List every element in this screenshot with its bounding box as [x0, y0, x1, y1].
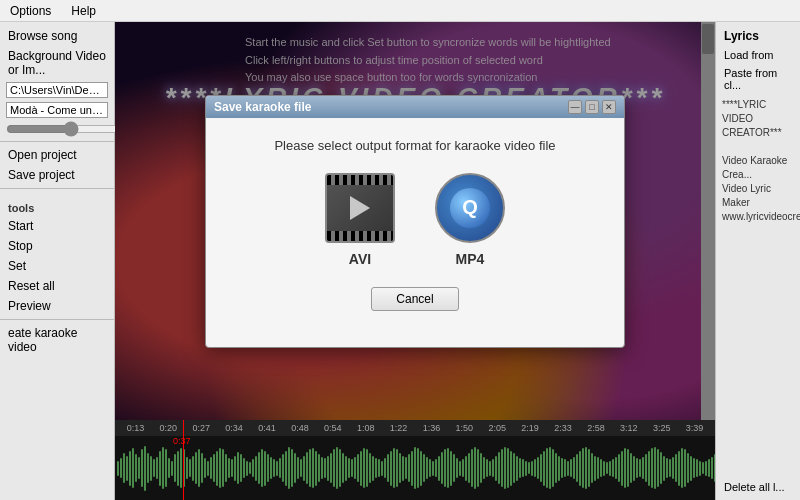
waveform-bar [513, 453, 515, 483]
waveform-bar [711, 457, 713, 479]
waveform-bar [339, 449, 341, 487]
waveform-bar [603, 461, 605, 476]
waveform-bar [498, 452, 500, 484]
sidebar: Browse song Background Video or Im... do… [0, 22, 115, 500]
open-project-button[interactable]: Open project [0, 145, 114, 165]
waveform-bar [204, 458, 206, 478]
menu-options[interactable]: Options [6, 2, 55, 20]
waveform-bar [267, 454, 269, 482]
waveform-bar [489, 461, 491, 476]
modal-close-button[interactable]: ✕ [602, 100, 616, 114]
file-path-input[interactable] [6, 82, 108, 98]
waveform-bar [504, 447, 506, 489]
paste-from-button[interactable]: Paste from cl... [716, 64, 800, 94]
sidebar-divider-2 [0, 188, 114, 189]
waveform-bar [348, 458, 350, 478]
waveform-bar [402, 456, 404, 481]
waveform-bar [321, 457, 323, 479]
reset-all-button[interactable]: Reset all [0, 276, 114, 296]
waveform-bar [129, 451, 131, 486]
waveform-bar [318, 454, 320, 482]
waveform-bar [708, 459, 710, 477]
modal-footer: Cancel [371, 287, 458, 327]
waveform-bar [594, 456, 596, 481]
waveform-bar [663, 456, 665, 481]
waveform-bar [249, 462, 251, 474]
waveform-bar [678, 451, 680, 486]
waveform-bar [381, 461, 383, 476]
waveform-bar [309, 449, 311, 487]
waveform-bar [642, 457, 644, 479]
waveform-bar [369, 453, 371, 483]
timeline-marker-12: 2:19 [514, 423, 547, 433]
waveform-bar [372, 456, 374, 481]
waveform-bar [528, 462, 530, 474]
menu-help[interactable]: Help [67, 2, 100, 20]
waveform-bar [654, 447, 656, 489]
waveform-bar [327, 456, 329, 481]
start-button[interactable]: Start [0, 216, 114, 236]
waveform-bar [540, 454, 542, 482]
save-project-button[interactable]: Save project [0, 165, 114, 185]
waveform-bar [480, 453, 482, 483]
waveform-bar [219, 448, 221, 488]
waveform-bar [261, 449, 263, 487]
modal-maximize-button[interactable]: □ [585, 100, 599, 114]
waveform-bar [531, 461, 533, 476]
format-avi-option[interactable]: AVI [325, 173, 395, 267]
waveform-bar [171, 461, 173, 476]
modal-minimize-button[interactable]: — [568, 100, 582, 114]
waveform-bar [144, 446, 146, 491]
volume-slider-row: 1 [0, 120, 114, 138]
waveform-bar [426, 457, 428, 479]
waveform-bar [225, 454, 227, 482]
timeline-marker-16: 3:25 [645, 423, 678, 433]
waveform-bar [132, 448, 134, 488]
waveform-bar [534, 459, 536, 477]
delete-all-button[interactable]: Delete all l... [716, 478, 800, 496]
waveform-bar [705, 461, 707, 476]
waveform-bar [468, 453, 470, 483]
save-karaoke-modal: Save karaoke file — □ ✕ Please select ou… [205, 95, 625, 348]
waveform-bar [237, 452, 239, 484]
waveform-bar [414, 447, 416, 489]
waveform-bar [177, 451, 179, 486]
waveform-bar [453, 454, 455, 482]
waveform-bars [115, 436, 715, 500]
waveform-bar [393, 448, 395, 488]
waveform-area[interactable]: 0:13 0:20 0:27 0:34 0:41 0:48 0:54 1:08 … [115, 420, 715, 500]
modal-controls: — □ ✕ [568, 100, 616, 114]
waveform-bar [558, 456, 560, 481]
waveform-bar [240, 454, 242, 482]
waveform-bar [570, 459, 572, 477]
song-name-input[interactable] [6, 102, 108, 118]
browse-song-button[interactable]: Browse song [0, 26, 114, 46]
load-from-button[interactable]: Load from [716, 46, 800, 64]
create-karaoke-button[interactable]: eate karaoke video [0, 323, 114, 357]
timeline-marker-14: 2:58 [579, 423, 612, 433]
preview-button[interactable]: Preview [0, 296, 114, 316]
waveform-bar [696, 459, 698, 477]
waveform-bar [186, 457, 188, 479]
waveform-bar [306, 452, 308, 484]
mp4-icon: Q [435, 173, 505, 243]
waveform-bar [423, 454, 425, 482]
waveform-bar [399, 453, 401, 483]
waveform-bar [609, 461, 611, 476]
waveform-bar [270, 457, 272, 479]
waveform-timeline: 0:13 0:20 0:27 0:34 0:41 0:48 0:54 1:08 … [115, 420, 715, 436]
stop-button[interactable]: Stop [0, 236, 114, 256]
waveform-bar [201, 453, 203, 483]
background-video-button[interactable]: Background Video or Im... [0, 46, 114, 80]
format-mp4-option[interactable]: Q MP4 [435, 173, 505, 267]
waveform-bar [699, 461, 701, 476]
waveform-bar [210, 457, 212, 479]
waveform-bar [636, 458, 638, 478]
waveform-bar [573, 457, 575, 479]
waveform-bar [174, 454, 176, 482]
set-button[interactable]: Set [0, 256, 114, 276]
cancel-button[interactable]: Cancel [371, 287, 458, 311]
waveform-bar [192, 456, 194, 481]
timeline-marker-0: 0:13 [119, 423, 152, 433]
waveform-bar [585, 447, 587, 489]
